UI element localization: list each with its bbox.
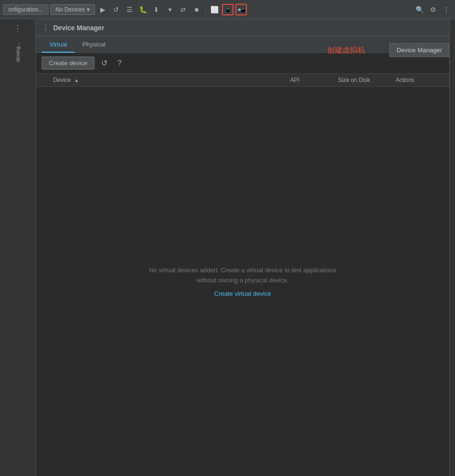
create-vm-chinese-label: 创建虚拟机 xyxy=(327,46,365,56)
list-button[interactable]: ☰ xyxy=(124,4,135,15)
device-manager-icon[interactable]: 📱 xyxy=(222,4,233,15)
dropdown-button[interactable]: ▾ xyxy=(164,4,175,15)
tabs-row: Virtual Physical xyxy=(36,36,449,53)
device-action-icon[interactable]: 📲 xyxy=(235,4,247,15)
sidebar-indexing-label: dexing... xyxy=(15,38,21,66)
swap-button[interactable]: ⇄ xyxy=(177,4,189,15)
panel-title: Device Manager xyxy=(53,24,443,32)
no-devices-dropdown[interactable]: No Devices ▾ xyxy=(50,4,95,15)
content-help-icon[interactable]: ? xyxy=(114,58,125,69)
col-api-header[interactable]: API xyxy=(290,77,338,83)
no-devices-label: No Devices xyxy=(56,6,85,13)
device-manager-panel: ⋮ Device Manager Virtual Physical Create… xyxy=(36,19,449,476)
deploy-button[interactable]: ⬇ xyxy=(151,4,162,15)
panel-menu-icon[interactable]: ⋮ xyxy=(42,23,49,32)
content-refresh-icon[interactable]: ↺ xyxy=(98,58,110,69)
sort-asc-icon: ▲ xyxy=(74,78,79,83)
device-col-label: Device xyxy=(53,77,71,83)
col-device-header[interactable]: Device ▲ xyxy=(53,77,290,83)
left-sidebar: ⋮ dexing... xyxy=(0,19,36,476)
col-actions-header[interactable]: Actions xyxy=(396,77,443,83)
toolbar-separator xyxy=(205,5,206,14)
right-edge-panel xyxy=(449,19,455,476)
api-col-label: API xyxy=(290,77,299,83)
table-header: Device ▲ API Size on Disk Actions xyxy=(36,74,449,87)
play-button[interactable]: ▶ xyxy=(97,4,108,15)
refresh-button[interactable]: ↺ xyxy=(110,4,122,15)
main-layout: ⋮ dexing... ⋮ Device Manager Virtual Phy… xyxy=(0,19,455,476)
sidebar-menu-icon[interactable]: ⋮ xyxy=(13,23,22,34)
content-toolbar: Create device ↺ ? xyxy=(36,53,449,74)
empty-state: No virtual devices added. Create a virtu… xyxy=(36,87,449,476)
panel-header: ⋮ Device Manager xyxy=(36,19,449,36)
bug-button[interactable]: 🐛 xyxy=(137,4,149,15)
size-col-label: Size on Disk xyxy=(338,77,370,83)
create-virtual-device-link[interactable]: Create virtual device xyxy=(214,290,271,297)
device-manager-tooltip: Device Manager xyxy=(389,43,449,57)
tab-virtual[interactable]: Virtual xyxy=(42,37,75,53)
dropdown-chevron-icon: ▾ xyxy=(87,6,90,13)
settings-button[interactable]: ⚙ xyxy=(427,4,439,15)
more-button[interactable]: ⋮ xyxy=(441,4,452,15)
actions-col-label: Actions xyxy=(396,77,414,83)
main-toolbar: onfiguration... No Devices ▾ ▶ ↺ ☰ 🐛 ⬇ ▾… xyxy=(0,0,455,19)
empty-state-message: No virtual devices added. Create a virtu… xyxy=(147,266,338,286)
search-button[interactable]: 🔍 xyxy=(414,4,425,15)
device-screen-icon[interactable]: ⬜ xyxy=(209,4,220,15)
configuration-button[interactable]: onfiguration... xyxy=(3,4,48,15)
col-size-header[interactable]: Size on Disk xyxy=(338,77,396,83)
tab-physical[interactable]: Physical xyxy=(75,37,113,53)
stop-button[interactable]: ■ xyxy=(191,4,202,15)
create-device-button[interactable]: Create device xyxy=(42,57,94,70)
